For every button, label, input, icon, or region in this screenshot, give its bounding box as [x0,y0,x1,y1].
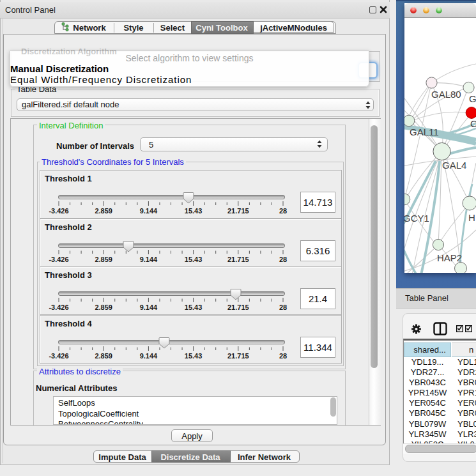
svg-text:HAP2: HAP2 [437,252,462,263]
svg-text:H: H [468,212,475,223]
svg-text:GAL80: GAL80 [431,89,461,100]
svg-text:GCY1: GCY1 [404,213,429,224]
svg-text:C: C [470,118,476,129]
svg-text:GAL11: GAL11 [410,127,439,137]
svg-text:GAL4: GAL4 [442,160,466,171]
svg-text:GA: GA [469,93,476,104]
